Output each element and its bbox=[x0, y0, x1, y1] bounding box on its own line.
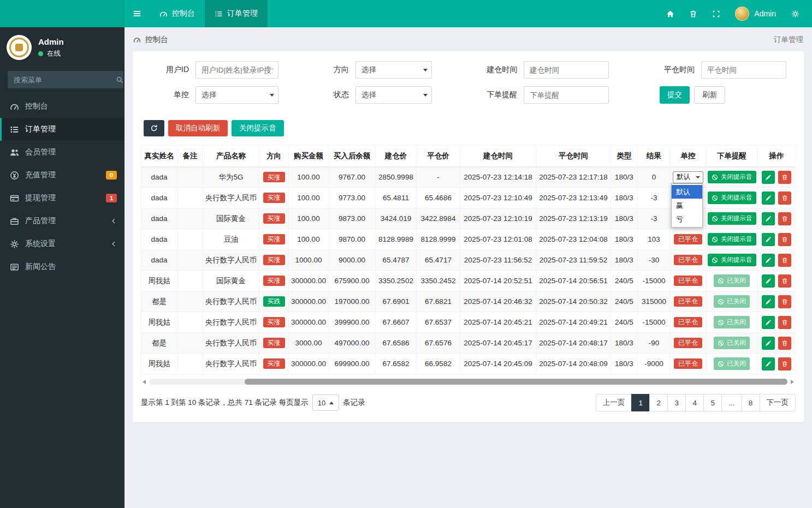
user-menu[interactable]: Admin bbox=[727, 7, 784, 21]
brand-logo-area[interactable] bbox=[0, 0, 125, 27]
sidebar-item-recharge[interactable]: 充值管理0 bbox=[0, 164, 125, 187]
expand-icon bbox=[712, 10, 720, 18]
cell-close-price: 67.6537 bbox=[417, 312, 460, 333]
cell-direction: 买涨 bbox=[259, 250, 289, 271]
menu-search-button[interactable] bbox=[116, 71, 123, 88]
edit-button[interactable] bbox=[762, 274, 775, 288]
next-page-button[interactable]: 下一页 bbox=[760, 394, 796, 411]
order-sound-button[interactable]: 已关闭 bbox=[714, 337, 750, 349]
cell-close-time: 2025-07-14 20:48:17 bbox=[536, 333, 611, 354]
cell-amount: 300000.00 bbox=[289, 354, 329, 374]
records-summary-suffix: 条记录 bbox=[343, 398, 365, 408]
edit-button[interactable] bbox=[762, 337, 775, 350]
count-badge: 0 bbox=[106, 171, 117, 180]
trash-icon bbox=[781, 278, 788, 284]
page-button-8[interactable]: 8 bbox=[742, 394, 760, 411]
cancel-auto-refresh-button[interactable]: 取消自动刷新 bbox=[168, 120, 228, 136]
reminder-input[interactable] bbox=[524, 86, 609, 104]
delete-button[interactable] bbox=[778, 316, 791, 329]
cell-open-time: 2025-07-23 12:01:08 bbox=[460, 229, 536, 250]
open-time-input[interactable] bbox=[524, 61, 609, 79]
fullscreen-button[interactable] bbox=[704, 0, 727, 27]
delete-button[interactable] bbox=[778, 233, 791, 246]
order-sound-button[interactable]: 关闭提示音 bbox=[708, 212, 756, 225]
page-button-1[interactable]: 1 bbox=[631, 394, 650, 411]
edit-button[interactable] bbox=[762, 192, 775, 205]
refresh-button[interactable]: 刷新 bbox=[694, 86, 725, 104]
breadcrumb[interactable]: 控制台 bbox=[133, 35, 168, 45]
scrollbar-thumb[interactable] bbox=[245, 379, 787, 385]
edit-button[interactable] bbox=[762, 212, 775, 225]
closed-position-badge: 已平仓 bbox=[674, 276, 702, 286]
order-sound-button[interactable]: 已关闭 bbox=[714, 357, 750, 370]
cell-open-time: 2025-07-14 20:45:09 bbox=[460, 354, 536, 374]
clear-cache-button[interactable] bbox=[681, 0, 704, 27]
delete-button[interactable] bbox=[778, 171, 791, 184]
auto-refresh-button[interactable] bbox=[144, 120, 164, 136]
edit-button[interactable] bbox=[762, 254, 775, 267]
cell-reminder: 已关闭 bbox=[706, 333, 758, 354]
sidebar-item-settings[interactable]: 系统设置 bbox=[0, 232, 125, 255]
page-button-4[interactable]: 4 bbox=[685, 394, 704, 411]
edit-button[interactable] bbox=[762, 316, 775, 329]
closed-position-badge: 已平仓 bbox=[674, 358, 702, 369]
sidebar-item-products[interactable]: 产品管理 bbox=[0, 210, 125, 232]
order-sound-button[interactable]: 关闭提示音 bbox=[708, 233, 756, 246]
order-sound-button[interactable]: 已关闭 bbox=[714, 295, 750, 308]
menu-search-input[interactable] bbox=[8, 71, 116, 88]
delete-button[interactable] bbox=[778, 337, 791, 350]
cell-type: 180/3 bbox=[611, 354, 638, 374]
sidebar-item-news[interactable]: 新闻公告 bbox=[0, 255, 125, 278]
control-filter-select[interactable]: 选择 bbox=[195, 86, 278, 104]
delete-button[interactable] bbox=[778, 192, 791, 205]
records-summary: 显示第 1 到第 10 条记录，总共 71 条记录 每页显示 10 条记录 bbox=[141, 395, 365, 411]
page-button-3[interactable]: 3 bbox=[667, 394, 686, 411]
edit-button[interactable] bbox=[762, 357, 775, 370]
delete-button[interactable] bbox=[778, 254, 791, 267]
order-sound-button[interactable]: 关闭提示音 bbox=[708, 171, 756, 183]
order-sound-button[interactable]: 关闭提示音 bbox=[708, 254, 756, 266]
delete-button[interactable] bbox=[778, 295, 791, 308]
delete-button[interactable] bbox=[778, 212, 791, 225]
delete-button[interactable] bbox=[778, 357, 791, 370]
sidebar-item-members[interactable]: 会员管理 bbox=[0, 141, 125, 164]
order-sound-button[interactable]: 已关闭 bbox=[714, 274, 750, 287]
scroll-right-arrow-icon[interactable] bbox=[789, 379, 796, 385]
top-nav-console[interactable]: 控制台 bbox=[150, 0, 205, 27]
sidebar-toggle-button[interactable] bbox=[125, 0, 150, 27]
top-nav-orders[interactable]: 订单管理 bbox=[205, 0, 268, 27]
edit-button[interactable] bbox=[762, 233, 775, 246]
edit-button[interactable] bbox=[762, 295, 775, 308]
trash-icon bbox=[781, 361, 788, 367]
cell-actions bbox=[758, 250, 796, 271]
sidebar-item-console[interactable]: 控制台 bbox=[0, 95, 125, 118]
direction-select[interactable]: 选择 bbox=[355, 61, 432, 79]
control-dropdown-option[interactable]: 赢 bbox=[672, 199, 702, 212]
page-button-5[interactable]: 5 bbox=[703, 394, 722, 411]
page-button-2[interactable]: 2 bbox=[649, 394, 668, 411]
delete-button[interactable] bbox=[778, 274, 791, 288]
user-id-label: 用户ID bbox=[148, 65, 189, 75]
mute-sound-button[interactable]: 关闭提示音 bbox=[232, 120, 284, 136]
submit-button[interactable]: 提交 bbox=[660, 86, 690, 104]
scrollbar-track[interactable] bbox=[149, 379, 787, 385]
order-sound-button[interactable]: 关闭提示音 bbox=[708, 192, 756, 204]
page-size-select[interactable]: 10 bbox=[312, 395, 339, 411]
pencil-icon bbox=[765, 361, 772, 367]
sidebar-item-orders[interactable]: 订单管理 bbox=[0, 118, 125, 141]
scroll-left-arrow-icon[interactable] bbox=[141, 379, 148, 385]
status-select[interactable]: 选择 bbox=[355, 86, 432, 104]
close-time-input[interactable] bbox=[701, 61, 786, 79]
control-select[interactable]: 默认 bbox=[673, 171, 703, 183]
user-id-input[interactable] bbox=[195, 61, 278, 79]
control-dropdown-option[interactable]: 默认 bbox=[672, 185, 702, 199]
horizontal-scrollbar[interactable] bbox=[141, 378, 796, 385]
home-button[interactable] bbox=[659, 0, 681, 27]
edit-button[interactable] bbox=[762, 171, 775, 184]
sidebar-item-withdraw[interactable]: 提现管理1 bbox=[0, 187, 125, 210]
settings-button[interactable] bbox=[784, 0, 807, 27]
control-dropdown-option[interactable]: 亏 bbox=[672, 212, 702, 226]
order-sound-button[interactable]: 已关闭 bbox=[714, 316, 750, 328]
prev-page-button[interactable]: 上一页 bbox=[596, 394, 632, 411]
page-ellipsis[interactable]: ... bbox=[721, 394, 742, 411]
